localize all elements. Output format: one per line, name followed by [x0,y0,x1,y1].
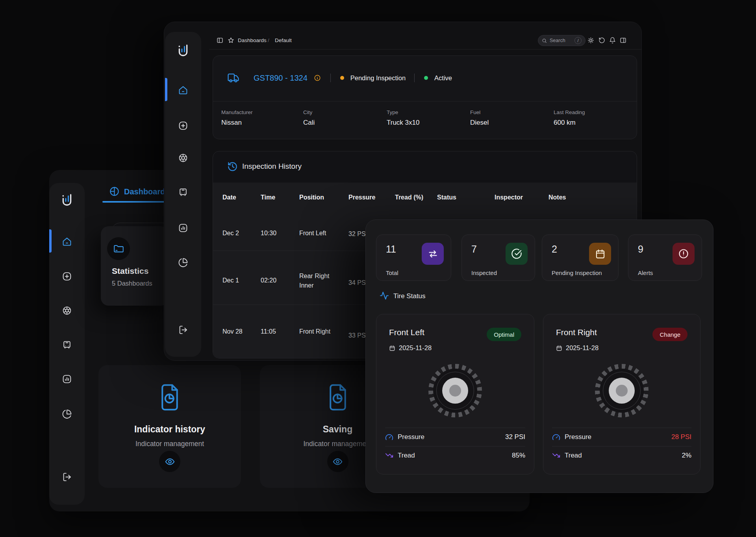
sidebar-item-reports[interactable] [178,258,188,268]
sidebar-item-logout[interactable] [62,472,72,482]
view-dashboard-button[interactable] [159,451,180,472]
indicator-history-card[interactable]: Indicator history Indicator management [98,365,241,488]
card-divider [213,101,637,101]
sidebar-item-home[interactable] [178,85,188,95]
col-pressure[interactable]: Pressure [348,194,376,201]
col-time[interactable]: Time [261,194,275,201]
pressure-value: 32 PSI [505,433,525,441]
col-position[interactable]: Position [299,194,324,201]
statistics-subtitle: 5 Dashboards [112,280,152,287]
trending-down-icon [552,451,560,459]
stat-label: Alerts [638,269,653,276]
tread-value: 2% [682,452,691,459]
tire-metrics: Pressure 32 PSI Tread 85% [385,428,525,464]
folder-icon [113,244,124,254]
tire-status-badge: Optimal [487,328,521,341]
statistics-folder-card[interactable]: Statistics 5 Dashboards [101,226,169,306]
field-last-reading: Last Reading 600 km [554,109,585,127]
calendar-icon [589,243,611,265]
activity-icon [379,291,389,301]
sidebar-item-add[interactable] [62,271,72,281]
col-notes[interactable]: Notes [548,194,566,201]
sidebar-item-logout[interactable] [178,325,188,335]
vehicle-status-active: Active [434,74,452,82]
active-nav-indicator [49,229,52,253]
search-icon [542,38,547,43]
eye-icon [332,456,343,467]
tire-date: 2025-11-28 [399,344,432,352]
workspace-sidebar [49,183,85,505]
stat-card-inspected: 7 Inspected [461,234,535,281]
sidebar-item-add[interactable] [178,121,188,131]
sidebar-item-tires[interactable] [62,306,72,316]
search-box[interactable]: / [538,35,586,46]
stat-value: 9 [638,244,643,255]
swap-arrows-icon [422,243,444,265]
field-city: City Cali [303,109,315,127]
stat-value: 7 [471,244,477,255]
notifications-bell-icon[interactable] [609,37,616,44]
tire-card-front-right: Front Right Change 2025-11-28 Pressure 2… [543,314,700,474]
breadcrumb-separator: / [268,37,269,43]
panel-left-icon[interactable] [217,37,223,44]
field-type: Type Truck 3x10 [387,109,419,127]
tire-card-front-left: Front Left Optimal 2025-11-28 Pressure 3… [376,314,534,474]
calendar-icon [556,345,562,351]
pressure-row: Pressure 28 PSI [552,428,691,446]
dashboards-tab-icon [109,186,120,197]
vehicle-id[interactable]: GST890 - 1324 [254,74,308,83]
stat-label: Pending Inspection [552,269,602,276]
sidebar-item-statistics[interactable] [178,223,188,233]
sidebar-item-vehicles[interactable] [62,340,72,350]
breadcrumb-section[interactable]: Dashboards [238,37,267,43]
app-logo [175,42,191,59]
panel-right-icon[interactable] [620,37,626,44]
tire-position: Front Left [389,328,424,337]
stat-card-total: 11 Total [376,234,451,281]
pressure-label: Pressure [398,433,424,441]
trending-down-icon [385,451,393,459]
tire-date-row: 2025-11-28 [556,344,598,352]
active-status-dot [424,76,428,80]
eye-icon [165,456,175,467]
col-inspector[interactable]: Inspector [495,194,523,201]
active-nav-indicator [165,78,167,101]
field-manufacturer: Manufacturer Nissan [221,109,253,127]
statistics-title: Statistics [112,266,148,276]
tire-overview-panel: 11 Total 7 Inspected 2 Pending Inspectio… [365,220,713,493]
view-dashboard-button[interactable] [327,451,348,472]
sidebar-item-tires[interactable] [178,153,188,163]
check-circle-icon [506,243,528,265]
stat-label: Total [386,269,398,276]
tread-label: Tread [398,452,415,459]
tread-value: 85% [512,452,525,459]
gauge-icon [385,433,393,441]
info-icon[interactable] [314,74,321,81]
vehicle-header-row: GST890 - 1324 Pending Inspection Active [227,71,452,85]
col-tread[interactable]: Tread (%) [395,194,423,201]
file-pie-icon [326,382,350,412]
tire-metrics: Pressure 28 PSI Tread 2% [552,428,691,464]
sidebar-item-vehicles[interactable] [178,188,188,197]
field-fuel: Fuel Diesel [470,109,489,127]
col-date[interactable]: Date [222,194,236,201]
truck-icon [227,72,239,84]
stat-card-pending: 2 Pending Inspection [542,234,619,281]
app-sidebar [165,32,201,357]
sidebar-item-reports[interactable] [62,409,72,419]
tire-status-title: Tire Status [393,292,426,300]
tire-position: Front Right [556,328,597,337]
gauge-icon [552,433,560,441]
sidebar-item-home[interactable] [62,237,72,247]
history-icon[interactable] [598,37,605,44]
favorite-star-icon[interactable] [228,37,234,44]
tread-row: Tread 2% [552,446,691,464]
search-input[interactable] [550,38,572,43]
col-status[interactable]: Status [437,194,456,201]
theme-sun-icon[interactable] [587,37,594,44]
tread-row: Tread 85% [385,446,525,464]
sidebar-item-statistics[interactable] [62,374,72,384]
tab-dashboards[interactable]: Dashboards [124,187,170,196]
breadcrumb-page[interactable]: Default [275,37,292,43]
folder-icon-circle [107,237,130,260]
